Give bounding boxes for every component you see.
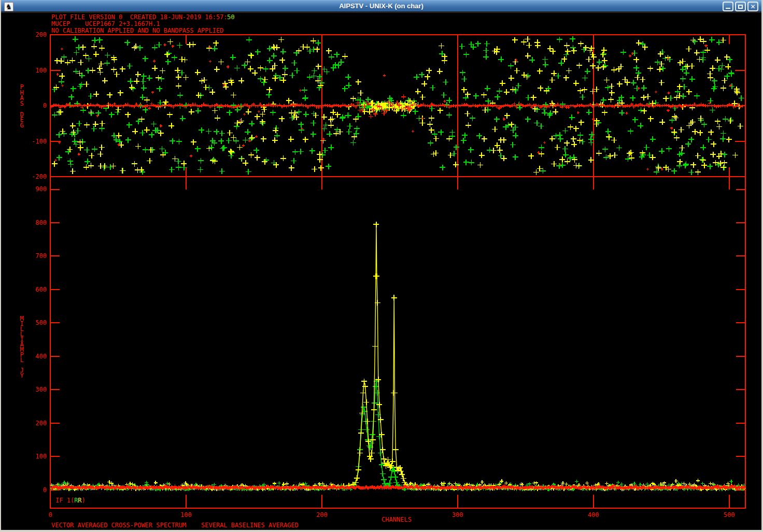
- amplitude-ytick-label: 0: [25, 487, 47, 493]
- amplitude-ytick-label: 600: [25, 286, 47, 293]
- channel-xtick-label: 400: [578, 512, 609, 518]
- possm-plot-canvas: [1, 0, 761, 530]
- if-label: IF 1(RR): [55, 497, 86, 504]
- spectrum-green-markers: [349, 379, 405, 490]
- channel-xtick-label: 300: [442, 512, 473, 518]
- phase-ytick-label: 200: [25, 32, 47, 38]
- channel-xtick-label: 0: [35, 512, 66, 518]
- maximize-button[interactable]: [735, 2, 746, 11]
- minimize-button[interactable]: [723, 2, 733, 11]
- timestamp-overlap-glyphs: 50: [227, 13, 234, 21]
- phase-axis-title: P H A S D E G: [18, 84, 25, 128]
- window-title: AIPSTV - UNIX-K (on char): [1, 2, 761, 10]
- phase-ytick-label: 100: [25, 67, 47, 74]
- channel-xtick-label: 500: [714, 512, 745, 518]
- amplitude-ytick-label: 900: [25, 186, 47, 192]
- window-titlebar[interactable]: ♞ AIPSTV - UNIX-K (on char) ✕: [1, 0, 761, 13]
- spectrum-yellow-line: [338, 224, 410, 487]
- plot-caption: VECTOR AVERAGED CROSS-POWER SPECTRUM SEV…: [51, 522, 299, 529]
- phase-ytick-label: 0: [25, 103, 47, 109]
- amplitude-ytick-label: 200: [25, 420, 47, 426]
- phase-ytick-label: -100: [25, 138, 47, 145]
- amplitude-ytick-label: 800: [25, 220, 47, 226]
- window-buttons: ✕: [723, 2, 758, 11]
- amplitude-ytick-label: 300: [25, 386, 47, 393]
- amplitude-ytick-label: 400: [25, 353, 47, 360]
- amplitude-axis-title: M I L L I A M P L J Y: [18, 316, 25, 378]
- amplitude-ytick-label: 700: [25, 253, 47, 259]
- aipstv-window: ♞ AIPSTV - UNIX-K (on char) ✕ PLOT FILE …: [0, 0, 763, 532]
- phase-ytick-label: -200: [25, 174, 47, 180]
- x-axis-title: CHANNELS: [365, 516, 428, 523]
- spectrum-yellow-markers: [335, 222, 413, 490]
- plot-header-line3: NO CALIBRATION APPLIED AND NO BANDPASS A…: [51, 27, 223, 34]
- maximize-icon: [738, 5, 743, 9]
- channel-xtick-label: 200: [306, 512, 337, 518]
- if-label-overlap-char: R: [78, 497, 81, 504]
- amplitude-ytick-label: 500: [25, 320, 47, 326]
- amplitude-ytick-label: 100: [25, 453, 47, 459]
- channel-xtick-label: 100: [171, 512, 202, 518]
- app-icon[interactable]: ♞: [4, 2, 13, 11]
- close-button[interactable]: ✕: [747, 2, 758, 11]
- minimize-icon: [726, 8, 730, 9]
